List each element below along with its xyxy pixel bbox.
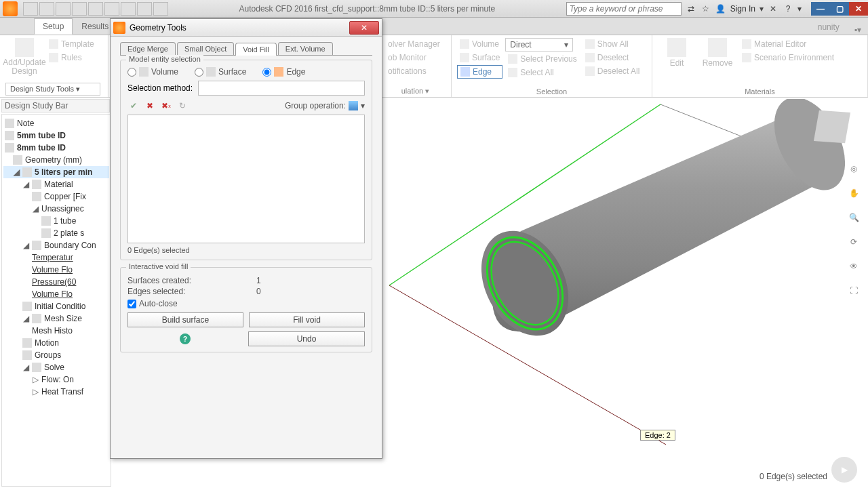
tab-small-object[interactable]: Small Object bbox=[177, 42, 234, 55]
collapse-icon[interactable]: ◢ bbox=[22, 241, 29, 250]
remove-button[interactable]: Remove bbox=[698, 38, 736, 68]
tree-bc[interactable]: ◢Boundary Con bbox=[3, 239, 109, 251]
qat-btn[interactable] bbox=[56, 2, 71, 16]
tree-motion[interactable]: Motion bbox=[3, 337, 109, 349]
orbit-icon[interactable]: ⟳ bbox=[845, 233, 863, 251]
add-update-design-button[interactable]: Add/Update Design bbox=[5, 38, 43, 76]
fill-void-button[interactable]: Fill void bbox=[249, 312, 365, 327]
collapse-icon[interactable]: ◢ bbox=[13, 167, 20, 177]
fit-icon[interactable]: ⛶ bbox=[845, 282, 863, 300]
tree-unassigned[interactable]: ◢Unassignec bbox=[3, 203, 109, 215]
edit-button[interactable]: Edit bbox=[658, 38, 696, 68]
zoom-icon[interactable]: 🔍 bbox=[845, 209, 863, 226]
tree-temp[interactable]: Temperatur bbox=[3, 251, 109, 264]
group-op-icon[interactable] bbox=[349, 101, 358, 110]
deselect-all-button[interactable]: Deselect All bbox=[583, 65, 643, 77]
collapse-icon[interactable]: ◢ bbox=[32, 204, 39, 214]
steering-wheel-icon[interactable]: ◎ bbox=[845, 160, 863, 178]
help-icon[interactable]: ? bbox=[180, 333, 191, 344]
surface-button[interactable]: Surface bbox=[457, 52, 502, 64]
delete-icon[interactable]: ✖ bbox=[144, 100, 156, 112]
build-surface-button[interactable]: Build surface bbox=[127, 312, 243, 327]
rules-button[interactable]: Rules bbox=[46, 52, 97, 64]
notifications-button[interactable]: otifications bbox=[385, 65, 443, 77]
qat-btn[interactable] bbox=[39, 2, 54, 16]
qat-btn[interactable] bbox=[104, 2, 119, 16]
tree-heat[interactable]: ▷Heat Transf bbox=[3, 386, 109, 398]
tab-ext-volume[interactable]: Ext. Volume bbox=[278, 42, 333, 55]
connect-icon[interactable]: ⇄ bbox=[686, 3, 696, 14]
tree-scenario[interactable]: ◢5 liters per min bbox=[3, 166, 109, 178]
template-button[interactable]: Template bbox=[46, 38, 97, 50]
search-input[interactable] bbox=[566, 2, 682, 16]
accept-icon[interactable]: ✔ bbox=[127, 100, 140, 112]
chevron-down-icon[interactable]: ▾ bbox=[361, 101, 365, 110]
tree-groups[interactable]: Groups bbox=[3, 349, 109, 361]
radio-volume[interactable]: Volume bbox=[127, 67, 178, 77]
look-icon[interactable]: 👁 bbox=[845, 258, 863, 275]
pan-icon[interactable]: ✋ bbox=[845, 184, 863, 202]
tree-meshhist[interactable]: Mesh Histo bbox=[3, 325, 109, 337]
chevron-down-icon[interactable]: ▾ bbox=[797, 4, 802, 14]
qat-btn[interactable] bbox=[72, 2, 87, 16]
design-study-tools-dropdown[interactable]: Design Study Tools ▾ bbox=[5, 83, 100, 96]
radio-edge[interactable]: Edge bbox=[262, 67, 305, 77]
qat-btn[interactable] bbox=[121, 2, 136, 16]
tree-ic[interactable]: Initial Conditio bbox=[3, 300, 109, 312]
tree-solve[interactable]: ◢Solve bbox=[3, 361, 109, 373]
material-editor-button[interactable]: Material Editor bbox=[739, 38, 837, 50]
tree-tube[interactable]: 1 tube bbox=[3, 215, 109, 227]
tab-setup[interactable]: Setup bbox=[34, 18, 73, 35]
chevron-down-icon[interactable]: ▾ bbox=[760, 4, 764, 14]
close-button[interactable]: ✕ bbox=[849, 2, 868, 16]
refresh-icon[interactable]: ↻ bbox=[176, 100, 189, 112]
media-icon[interactable]: ▪▾ bbox=[854, 25, 861, 35]
tree-pressure[interactable]: Pressure(60 bbox=[3, 276, 109, 288]
collapse-icon[interactable]: ◢ bbox=[22, 180, 29, 189]
exchange-icon[interactable]: ✕ bbox=[768, 3, 778, 14]
volume-button[interactable]: Volume bbox=[457, 38, 502, 50]
collapse-icon[interactable]: ◢ bbox=[22, 314, 29, 323]
viewcube[interactable] bbox=[814, 110, 850, 144]
geometry-tools-titlebar[interactable]: Geometry Tools ✕ bbox=[111, 19, 382, 37]
selection-list[interactable] bbox=[127, 115, 365, 243]
tab-community[interactable]: nunity bbox=[810, 20, 848, 35]
qat-btn[interactable] bbox=[137, 2, 152, 16]
qat-btn[interactable] bbox=[88, 2, 103, 16]
tree-geometry[interactable]: Geometry (mm) bbox=[3, 154, 109, 166]
select-previous-button[interactable]: Select Previous bbox=[505, 53, 579, 65]
tree-vflow1[interactable]: Volume Flo bbox=[3, 264, 109, 276]
auto-close-checkbox[interactable]: Auto-close bbox=[127, 299, 365, 308]
direct-dropdown[interactable]: Direct▾ bbox=[505, 38, 573, 52]
radio-surface[interactable]: Surface bbox=[195, 67, 246, 77]
favorites-icon[interactable]: ☆ bbox=[701, 3, 711, 14]
job-monitor-button[interactable]: ob Monitor bbox=[385, 52, 443, 64]
qat-btn[interactable] bbox=[153, 2, 168, 16]
selection-method-dropdown[interactable] bbox=[198, 81, 365, 96]
maximize-button[interactable]: ▢ bbox=[830, 2, 849, 16]
undo-button[interactable]: Undo bbox=[248, 331, 365, 346]
tab-void-fill[interactable]: Void Fill bbox=[235, 43, 277, 56]
delete-all-icon[interactable]: ✖x bbox=[160, 100, 172, 112]
minimize-button[interactable]: — bbox=[811, 2, 830, 16]
help-icon[interactable]: ? bbox=[783, 3, 793, 14]
tree-copper[interactable]: Copper [Fix bbox=[3, 190, 109, 203]
select-all-button[interactable]: Select All bbox=[505, 66, 579, 79]
expand-icon[interactable]: ▷ bbox=[32, 375, 39, 384]
expand-icon[interactable]: ▷ bbox=[32, 387, 39, 396]
user-icon[interactable]: 👤 bbox=[715, 3, 726, 14]
show-all-button[interactable]: Show All bbox=[583, 38, 643, 50]
deselect-button[interactable]: Deselect bbox=[583, 52, 643, 64]
tab-edge-merge[interactable]: Edge Merge bbox=[120, 42, 176, 55]
tree-vflow2[interactable]: Volume Flo bbox=[3, 288, 109, 300]
tree-mesh[interactable]: ◢Mesh Size bbox=[3, 312, 109, 325]
edge-button[interactable]: Edge bbox=[457, 65, 502, 79]
tree-flow[interactable]: ▷Flow: On bbox=[3, 373, 109, 386]
close-button[interactable]: ✕ bbox=[349, 21, 379, 35]
tree-5mm[interactable]: 5mm tube ID bbox=[3, 129, 109, 142]
study-tree[interactable]: Note 5mm tube ID 8mm tube ID Geometry (m… bbox=[2, 115, 111, 401]
qat-btn[interactable] bbox=[23, 2, 38, 16]
tree-note[interactable]: Note bbox=[3, 117, 109, 129]
sign-in-link[interactable]: Sign In bbox=[730, 4, 755, 14]
collapse-icon[interactable]: ◢ bbox=[22, 363, 29, 372]
